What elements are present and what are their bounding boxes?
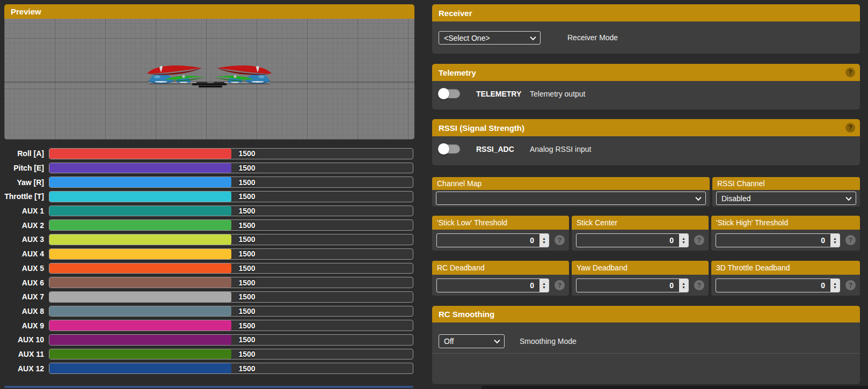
rc-deadband-field[interactable] <box>436 278 549 292</box>
channel-row: Throttle [T]1500 <box>4 191 413 202</box>
channel-value: 1500 <box>239 278 256 287</box>
channel-row: AUX 51500 <box>4 263 413 274</box>
stick-high-threshold-field[interactable] <box>716 233 840 247</box>
rssi-feature-name: RSSI_ADC <box>476 145 530 153</box>
preview-header: Preview <box>4 4 414 19</box>
smoothing-mode-select[interactable]: Off <box>439 334 505 348</box>
channel-row: AUX 111500 <box>4 349 413 360</box>
yaw-deadband-box: Yaw Deadband ▲▼ ? <box>572 261 709 296</box>
channel-row: AUX 101500 <box>4 334 413 346</box>
channel-value: 1500 <box>239 364 256 373</box>
stick-center-field[interactable] <box>576 233 689 247</box>
receiver-tab: Preview <box>0 0 868 389</box>
channel-meter-fill <box>49 363 231 373</box>
stick-center-box: Stick Center ▲▼ ? <box>572 216 709 251</box>
channel-meter: 1500 <box>49 234 413 245</box>
channel-row: AUX 11500 <box>4 205 413 217</box>
channel-meter-fill <box>49 249 231 259</box>
quadcopter-model <box>145 56 274 95</box>
telemetry-title: Telemetry <box>439 68 476 77</box>
channel-row: AUX 31500 <box>4 234 413 245</box>
telemetry-feature-desc: Telemetry output <box>530 90 586 98</box>
channel-meter: 1500 <box>49 205 413 217</box>
rssi-adc-toggle[interactable] <box>439 144 460 153</box>
yaw-deadband-input[interactable]: ▲▼ <box>576 278 689 292</box>
help-icon[interactable]: ? <box>555 235 565 245</box>
channel-meter-fill <box>49 149 231 159</box>
help-icon[interactable]: ? <box>845 280 856 290</box>
divider <box>432 353 860 354</box>
chevron-down-icon <box>845 194 851 200</box>
channel-value: 1500 <box>239 149 256 158</box>
stick-high-threshold-box: 'Stick High' Threshold ▲▼ ? <box>711 216 860 251</box>
channel-row: AUX 21500 <box>4 219 413 231</box>
rssi-channel-value: Disabled <box>721 194 750 203</box>
help-icon[interactable]: ? <box>845 235 856 245</box>
channel-value: 1500 <box>239 249 256 258</box>
receiver-mode-value: <Select One> <box>444 34 490 42</box>
channel-label: AUX 7 <box>4 292 44 301</box>
preview-title: Preview <box>11 7 41 16</box>
rc-deadband-input[interactable]: ▲▼ <box>436 278 549 292</box>
receiver-mode-select[interactable]: <Select One> <box>439 31 541 45</box>
stick-low-threshold-field[interactable] <box>436 233 549 247</box>
preview-panel: Preview <box>4 4 414 140</box>
channel-meter: 1500 <box>49 177 413 188</box>
channel-meter-fill <box>49 292 231 302</box>
channel-value: 1500 <box>239 178 256 187</box>
stick-low-threshold-input[interactable]: ▲▼ <box>436 233 549 247</box>
channel-value: 1500 <box>239 192 256 201</box>
stick-high-threshold-input[interactable]: ▲▼ <box>716 233 840 247</box>
channel-row: Pitch [E]1500 <box>4 163 413 174</box>
rssi-channel-select[interactable]: Disabled <box>716 192 856 205</box>
throttle-3d-deadband-field[interactable] <box>716 278 840 292</box>
channel-label: AUX 12 <box>4 364 44 373</box>
channel-value: 1500 <box>239 292 256 301</box>
help-icon[interactable]: ? <box>694 235 704 245</box>
model-preview-canvas[interactable] <box>4 19 414 140</box>
throttle-3d-deadband-box: 3D Throttle Deadband ▲▼ ? <box>711 261 860 296</box>
number-spinner[interactable]: ▲▼ <box>679 279 688 292</box>
rc-smoothing-header: RC Smoothing <box>432 306 860 322</box>
channel-meter-fill <box>49 192 231 202</box>
yaw-deadband-field[interactable] <box>576 278 689 292</box>
channel-meter: 1500 <box>49 320 413 331</box>
number-spinner[interactable]: ▲▼ <box>830 279 840 292</box>
channel-value: 1500 <box>239 264 256 273</box>
channel-value: 1500 <box>239 321 256 330</box>
stick-center-input[interactable]: ▲▼ <box>576 233 689 247</box>
number-spinner[interactable]: ▲▼ <box>539 234 549 247</box>
channel-label: Yaw [R] <box>4 178 44 187</box>
telemetry-toggle[interactable] <box>439 89 460 98</box>
channel-meter: 1500 <box>49 248 413 260</box>
help-icon[interactable]: ? <box>845 68 855 77</box>
telemetry-feature-name: TELEMETRY <box>476 90 530 98</box>
help-icon[interactable]: ? <box>694 280 704 290</box>
help-icon[interactable]: ? <box>845 123 855 133</box>
channel-row: Roll [A]1500 <box>4 148 413 159</box>
number-spinner[interactable]: ▲▼ <box>830 234 840 247</box>
channel-label: Roll [A] <box>4 149 44 158</box>
throttle-3d-deadband-input[interactable]: ▲▼ <box>716 278 840 292</box>
channel-row: AUX 41500 <box>4 248 413 260</box>
rssi-panel: RSSI (Signal Strength) ? RSSI_ADC Analog… <box>432 119 860 165</box>
help-icon[interactable]: ? <box>555 280 565 290</box>
channel-meter-fill <box>49 220 231 230</box>
channel-meter-fill <box>49 277 231 288</box>
number-spinner[interactable]: ▲▼ <box>539 279 549 292</box>
rssi-header: RSSI (Signal Strength) ? <box>432 119 860 136</box>
number-spinner[interactable]: ▲▼ <box>679 234 688 247</box>
channel-meter: 1500 <box>49 291 413 303</box>
channel-meter-fill <box>49 306 231 317</box>
channel-value: 1500 <box>239 207 256 215</box>
channel-meter: 1500 <box>49 191 413 202</box>
telemetry-panel: Telemetry ? TELEMETRY Telemetry output <box>432 64 860 109</box>
channel-meter-fill <box>49 263 231 274</box>
stick-high-threshold-header: 'Stick High' Threshold <box>711 216 860 230</box>
channel-row: AUX 91500 <box>4 320 413 331</box>
channel-meter-fill <box>49 177 231 187</box>
channel-row: AUX 71500 <box>4 291 413 303</box>
channel-label: AUX 6 <box>4 278 44 287</box>
rc-smoothing-title: RC Smoothing <box>439 310 494 319</box>
channel-map-select[interactable] <box>436 192 706 205</box>
